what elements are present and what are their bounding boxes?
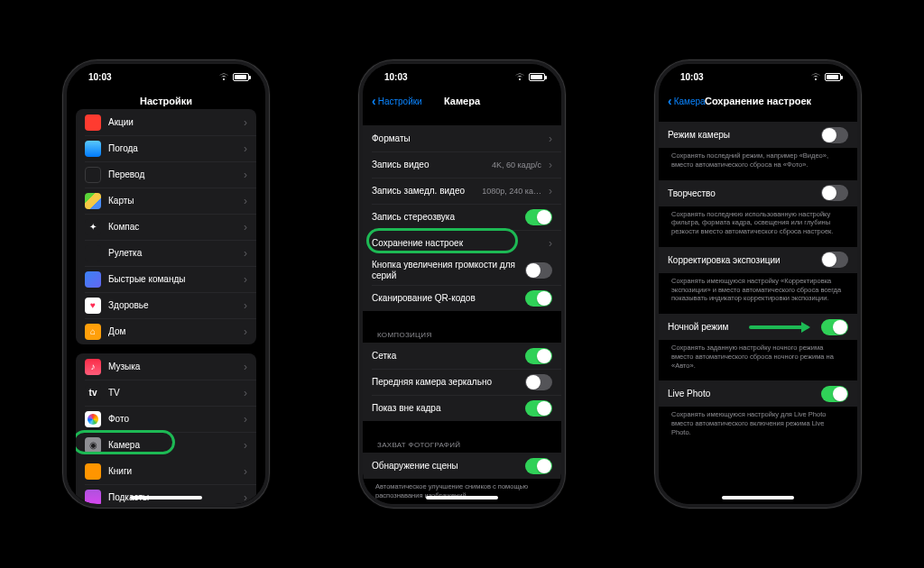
settings-row[interactable]: Сетка bbox=[363, 343, 561, 369]
chevron-right-icon: › bbox=[549, 237, 552, 250]
back-label: Настройки bbox=[378, 96, 422, 106]
app-icon bbox=[85, 167, 101, 183]
section-header: КОМПОЗИЦИЯ bbox=[363, 320, 561, 343]
row-detail: 1080p, 240 ка… bbox=[482, 187, 541, 196]
settings-row[interactable]: Обнаружение сцены bbox=[363, 453, 561, 479]
chevron-left-icon: ‹ bbox=[372, 95, 376, 107]
settings-row[interactable]: Live Photo bbox=[659, 380, 857, 407]
toggle-switch[interactable] bbox=[525, 290, 552, 307]
app-icon bbox=[85, 141, 101, 157]
section-footer: Сохранять последнюю использованную настр… bbox=[659, 206, 857, 238]
settings-row[interactable]: ◉Камера› bbox=[76, 432, 256, 458]
row-label: Запись замедл. видео bbox=[372, 186, 475, 196]
app-icon bbox=[85, 193, 101, 209]
phone-settings: 10:03 ➤ Настройки Акции›Погода›Перевод›К… bbox=[63, 60, 269, 508]
settings-row[interactable]: Рулетка› bbox=[76, 240, 256, 266]
toggle-switch[interactable] bbox=[821, 252, 848, 268]
settings-row[interactable]: Режим камеры bbox=[659, 122, 857, 148]
row-label: Дом bbox=[108, 326, 236, 336]
back-label: Камера bbox=[674, 96, 706, 106]
toggle-switch[interactable] bbox=[821, 185, 848, 201]
row-label: Погода bbox=[108, 143, 236, 153]
settings-row[interactable]: ⌂Дом› bbox=[76, 318, 256, 344]
row-label: TV bbox=[108, 388, 236, 398]
app-icon bbox=[85, 463, 101, 480]
toggle-switch[interactable] bbox=[525, 374, 552, 390]
settings-row[interactable]: Погода› bbox=[76, 135, 256, 161]
battery-icon bbox=[825, 73, 841, 81]
row-label: Карты bbox=[108, 196, 236, 206]
settings-row[interactable]: ✦Компас› bbox=[76, 214, 256, 240]
page-title: Камера bbox=[444, 96, 480, 106]
settings-row[interactable]: Запись замедл. видео1080p, 240 ка…› bbox=[363, 178, 561, 204]
app-icon bbox=[85, 271, 101, 288]
settings-row[interactable]: Быстрые команды› bbox=[76, 266, 256, 292]
status-time: 10:03 bbox=[88, 72, 112, 82]
chevron-right-icon: › bbox=[244, 273, 247, 286]
row-label: Запись стереозвука bbox=[372, 212, 518, 222]
app-icon: tv bbox=[85, 385, 101, 401]
row-label: Запись видео bbox=[372, 160, 485, 169]
settings-row[interactable]: Передняя камера зеркально bbox=[363, 369, 561, 395]
battery-icon bbox=[529, 73, 545, 81]
settings-row[interactable]: Карты› bbox=[76, 188, 256, 214]
row-label: Режим камеры bbox=[668, 130, 814, 140]
app-icon: ✦ bbox=[85, 219, 101, 235]
settings-row[interactable]: ♥Здоровье› bbox=[76, 292, 256, 318]
row-detail: 4K, 60 кадр/с bbox=[492, 160, 541, 169]
settings-row[interactable]: Подкасты› bbox=[76, 484, 256, 504]
toggle-switch[interactable] bbox=[821, 127, 848, 143]
notch bbox=[408, 64, 516, 84]
row-label: Корректировка экспозиции bbox=[668, 255, 814, 265]
chevron-right-icon: › bbox=[244, 195, 247, 207]
settings-row[interactable]: Книги› bbox=[76, 458, 256, 484]
toggle-switch[interactable] bbox=[525, 348, 552, 364]
settings-row[interactable]: Акции› bbox=[76, 109, 256, 135]
home-indicator[interactable] bbox=[130, 496, 202, 499]
app-icon bbox=[85, 245, 101, 261]
back-button[interactable]: ‹ Настройки bbox=[372, 89, 422, 113]
settings-row[interactable]: Запись стереозвука bbox=[363, 204, 561, 230]
chevron-right-icon: › bbox=[244, 387, 247, 399]
settings-row[interactable]: Перевод› bbox=[76, 161, 256, 188]
toggle-switch[interactable] bbox=[525, 458, 552, 474]
section-footer: Сохранять заданную настройку ночного реж… bbox=[659, 340, 857, 371]
row-label: Сохранение настроек bbox=[372, 238, 541, 248]
chevron-right-icon: › bbox=[244, 439, 247, 452]
settings-row[interactable]: Творчество bbox=[659, 180, 857, 206]
settings-row[interactable]: Корректировка экспозиции bbox=[659, 247, 857, 273]
wifi-icon bbox=[218, 72, 229, 81]
navbar: ‹ Камера Сохранение настроек bbox=[659, 89, 857, 113]
toggle-switch[interactable] bbox=[821, 386, 848, 402]
row-label: Сканирование QR-кодов bbox=[372, 293, 518, 303]
toggle-switch[interactable] bbox=[525, 209, 552, 225]
toggle-switch[interactable] bbox=[525, 400, 552, 417]
settings-row[interactable]: Сохранение настроек› bbox=[363, 230, 561, 256]
toggle-switch[interactable] bbox=[821, 319, 848, 335]
chevron-right-icon: › bbox=[549, 185, 552, 197]
settings-row[interactable]: ♪Музыка› bbox=[76, 353, 256, 380]
chevron-right-icon: › bbox=[244, 221, 247, 234]
section-footer: Сохранять имеющуюся настройку для Live P… bbox=[659, 407, 857, 438]
settings-row[interactable]: Форматы› bbox=[363, 125, 561, 151]
row-label: Сетка bbox=[372, 351, 518, 361]
row-label: Книги bbox=[108, 466, 236, 476]
home-indicator[interactable] bbox=[722, 496, 794, 499]
row-label: Передняя камера зеркально bbox=[372, 377, 518, 387]
status-time: 10:03 bbox=[680, 72, 704, 82]
home-indicator[interactable] bbox=[426, 496, 498, 499]
app-icon: ♪ bbox=[85, 359, 101, 375]
back-button[interactable]: ‹ Камера bbox=[668, 89, 706, 113]
settings-row[interactable]: Запись видео4K, 60 кадр/с› bbox=[363, 151, 561, 178]
row-label: Live Photo bbox=[668, 389, 814, 399]
settings-row[interactable]: tvTV› bbox=[76, 380, 256, 406]
settings-row[interactable]: Сканирование QR-кодов bbox=[363, 285, 561, 311]
settings-row[interactable]: Показ вне кадра bbox=[363, 395, 561, 421]
chevron-right-icon: › bbox=[244, 361, 247, 373]
page-title: Сохранение настроек bbox=[705, 96, 811, 106]
settings-row[interactable]: Фото› bbox=[76, 406, 256, 432]
settings-row[interactable]: Кнопка увеличения громкости для серий bbox=[363, 256, 561, 285]
phone-camera-settings: 10:03 ➤ ‹ Настройки Камера Форматы›Запис… bbox=[359, 60, 565, 508]
chevron-right-icon: › bbox=[549, 159, 552, 171]
toggle-switch[interactable] bbox=[525, 262, 552, 279]
